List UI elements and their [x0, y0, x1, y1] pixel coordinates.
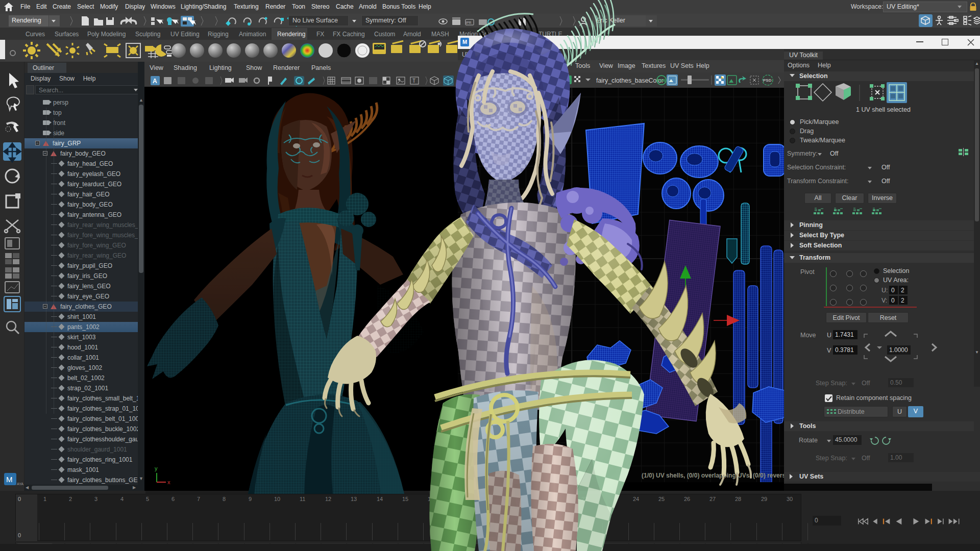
svg-text:M: M — [6, 475, 13, 484]
svg-text:y: y — [155, 465, 158, 471]
svg-text:AYA: AYA — [17, 482, 23, 486]
svg-text:x: x — [167, 479, 170, 485]
